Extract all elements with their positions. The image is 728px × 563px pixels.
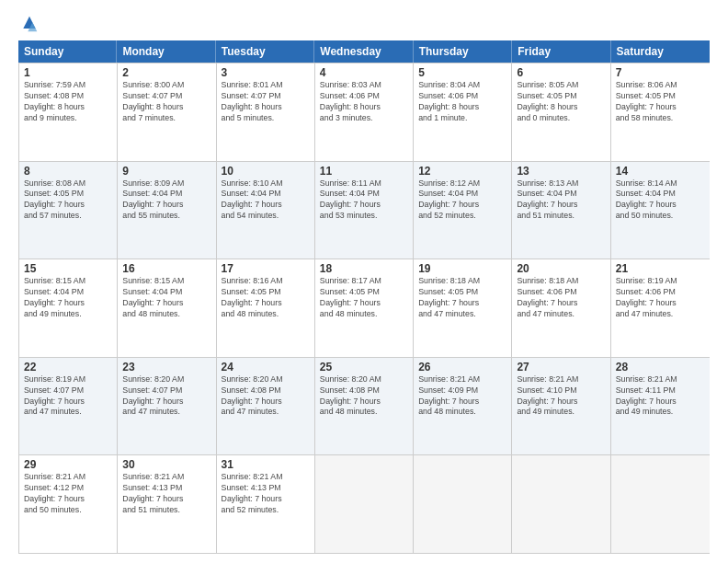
day-info: Sunrise: 8:21 AMSunset: 4:13 PMDaylight:… [122,472,210,516]
day-info: Sunrise: 8:20 AMSunset: 4:08 PMDaylight:… [320,374,408,419]
day-info: Sunrise: 8:11 AMSunset: 4:04 PMDaylight:… [320,178,408,223]
day-cell-21: 21Sunrise: 8:19 AMSunset: 4:06 PMDayligh… [611,259,710,357]
calendar: SundayMondayTuesdayWednesdayThursdayFrid… [18,40,710,554]
day-cell-15: 15Sunrise: 8:15 AMSunset: 4:04 PMDayligh… [19,259,118,357]
day-cell-23: 23Sunrise: 8:20 AMSunset: 4:07 PMDayligh… [118,358,216,455]
day-cell-8: 8Sunrise: 8:08 AMSunset: 4:05 PMDaylight… [19,162,118,259]
day-info: Sunrise: 8:19 AMSunset: 4:06 PMDaylight:… [616,276,705,320]
day-cell-27: 27Sunrise: 8:21 AMSunset: 4:10 PMDayligh… [512,358,610,455]
day-number: 5 [418,66,506,79]
day-cell-26: 26Sunrise: 8:21 AMSunset: 4:09 PMDayligh… [414,358,512,455]
day-cell-3: 3Sunrise: 8:01 AMSunset: 4:07 PMDaylight… [217,63,315,161]
day-cell-2: 2Sunrise: 8:00 AMSunset: 4:07 PMDaylight… [118,63,216,161]
day-cell-10: 10Sunrise: 8:10 AMSunset: 4:04 PMDayligh… [217,162,315,259]
logo [18,15,39,33]
day-cell-25: 25Sunrise: 8:20 AMSunset: 4:08 PMDayligh… [315,358,414,455]
day-number: 16 [122,262,210,275]
day-number: 15 [24,262,112,275]
day-cell-16: 16Sunrise: 8:15 AMSunset: 4:04 PMDayligh… [118,259,216,357]
day-info: Sunrise: 8:10 AMSunset: 4:04 PMDaylight:… [222,178,310,223]
day-info: Sunrise: 8:15 AMSunset: 4:04 PMDaylight:… [24,276,112,320]
day-info: Sunrise: 8:21 AMSunset: 4:11 PMDaylight:… [616,374,705,419]
day-number: 4 [320,66,408,79]
day-info: Sunrise: 8:01 AMSunset: 4:07 PMDaylight:… [222,80,310,124]
day-number: 18 [320,262,408,275]
day-number: 13 [517,165,605,178]
day-cell-6: 6Sunrise: 8:05 AMSunset: 4:05 PMDaylight… [512,63,610,161]
day-info: Sunrise: 8:18 AMSunset: 4:05 PMDaylight:… [418,276,506,320]
day-cell-9: 9Sunrise: 8:09 AMSunset: 4:04 PMDaylight… [118,162,216,259]
day-number: 31 [222,458,310,471]
empty-cell [315,455,414,553]
calendar-row-1: 1Sunrise: 7:59 AMSunset: 4:08 PMDaylight… [19,63,710,161]
day-cell-7: 7Sunrise: 8:06 AMSunset: 4:05 PMDaylight… [611,63,710,161]
day-cell-4: 4Sunrise: 8:03 AMSunset: 4:06 PMDaylight… [315,63,414,161]
day-number: 27 [517,361,605,373]
header-cell-wednesday: Wednesday [314,40,413,63]
day-info: Sunrise: 8:14 AMSunset: 4:04 PMDaylight:… [616,178,705,223]
day-number: 7 [616,66,705,79]
day-number: 25 [320,361,408,373]
day-number: 9 [122,165,210,178]
day-number: 22 [24,361,112,373]
day-cell-18: 18Sunrise: 8:17 AMSunset: 4:05 PMDayligh… [315,259,414,357]
day-cell-28: 28Sunrise: 8:21 AMSunset: 4:11 PMDayligh… [611,358,710,455]
day-info: Sunrise: 8:16 AMSunset: 4:05 PMDaylight:… [222,276,310,320]
day-info: Sunrise: 8:08 AMSunset: 4:05 PMDaylight:… [24,178,112,223]
day-cell-19: 19Sunrise: 8:18 AMSunset: 4:05 PMDayligh… [414,259,512,357]
day-number: 20 [517,262,605,275]
day-number: 1 [24,66,112,79]
day-info: Sunrise: 8:21 AMSunset: 4:09 PMDaylight:… [418,374,506,419]
calendar-body: 1Sunrise: 7:59 AMSunset: 4:08 PMDaylight… [18,63,710,554]
header-cell-tuesday: Tuesday [216,40,314,63]
day-info: Sunrise: 8:03 AMSunset: 4:06 PMDaylight:… [320,80,408,124]
day-info: Sunrise: 8:20 AMSunset: 4:07 PMDaylight:… [122,374,210,419]
calendar-header: SundayMondayTuesdayWednesdayThursdayFrid… [18,40,710,63]
day-info: Sunrise: 8:13 AMSunset: 4:04 PMDaylight:… [517,178,605,223]
day-info: Sunrise: 8:15 AMSunset: 4:04 PMDaylight:… [122,276,210,320]
day-cell-29: 29Sunrise: 8:21 AMSunset: 4:12 PMDayligh… [19,455,118,553]
day-cell-22: 22Sunrise: 8:19 AMSunset: 4:07 PMDayligh… [19,358,118,455]
calendar-row-4: 22Sunrise: 8:19 AMSunset: 4:07 PMDayligh… [19,357,710,455]
day-cell-5: 5Sunrise: 8:04 AMSunset: 4:06 PMDaylight… [414,63,512,161]
day-cell-31: 31Sunrise: 8:21 AMSunset: 4:13 PMDayligh… [217,455,315,553]
page: SundayMondayTuesdayWednesdayThursdayFrid… [0,0,728,563]
day-number: 19 [418,262,506,275]
calendar-row-2: 8Sunrise: 8:08 AMSunset: 4:05 PMDaylight… [19,161,710,259]
day-number: 23 [122,361,210,373]
header [18,15,710,33]
day-cell-30: 30Sunrise: 8:21 AMSunset: 4:13 PMDayligh… [118,455,216,553]
day-number: 21 [616,262,705,275]
day-info: Sunrise: 8:21 AMSunset: 4:10 PMDaylight:… [517,374,605,419]
day-number: 26 [418,361,506,373]
day-info: Sunrise: 8:21 AMSunset: 4:12 PMDaylight:… [24,472,112,516]
day-info: Sunrise: 8:00 AMSunset: 4:07 PMDaylight:… [122,80,210,124]
day-cell-20: 20Sunrise: 8:18 AMSunset: 4:06 PMDayligh… [512,259,610,357]
day-number: 24 [222,361,310,373]
logo-icon [20,15,39,33]
day-cell-17: 17Sunrise: 8:16 AMSunset: 4:05 PMDayligh… [217,259,315,357]
day-cell-13: 13Sunrise: 8:13 AMSunset: 4:04 PMDayligh… [512,162,610,259]
day-info: Sunrise: 8:17 AMSunset: 4:05 PMDaylight:… [320,276,408,320]
day-number: 29 [24,458,112,471]
calendar-row-3: 15Sunrise: 8:15 AMSunset: 4:04 PMDayligh… [19,259,710,357]
day-cell-1: 1Sunrise: 7:59 AMSunset: 4:08 PMDaylight… [19,63,118,161]
day-info: Sunrise: 8:20 AMSunset: 4:08 PMDaylight:… [222,374,310,419]
day-info: Sunrise: 8:21 AMSunset: 4:13 PMDaylight:… [222,472,310,516]
empty-cell [611,455,710,553]
day-number: 17 [222,262,310,275]
day-info: Sunrise: 8:04 AMSunset: 4:06 PMDaylight:… [418,80,506,124]
header-cell-monday: Monday [117,40,215,63]
day-number: 8 [24,165,112,178]
day-cell-12: 12Sunrise: 8:12 AMSunset: 4:04 PMDayligh… [414,162,512,259]
day-number: 30 [122,458,210,471]
header-cell-friday: Friday [512,40,610,63]
header-cell-saturday: Saturday [611,40,710,63]
calendar-row-5: 29Sunrise: 8:21 AMSunset: 4:12 PMDayligh… [19,454,710,553]
header-cell-thursday: Thursday [414,40,512,63]
day-number: 6 [517,66,605,79]
header-cell-sunday: Sunday [18,40,117,63]
empty-cell [512,455,610,553]
day-number: 28 [616,361,705,373]
empty-cell [414,455,512,553]
